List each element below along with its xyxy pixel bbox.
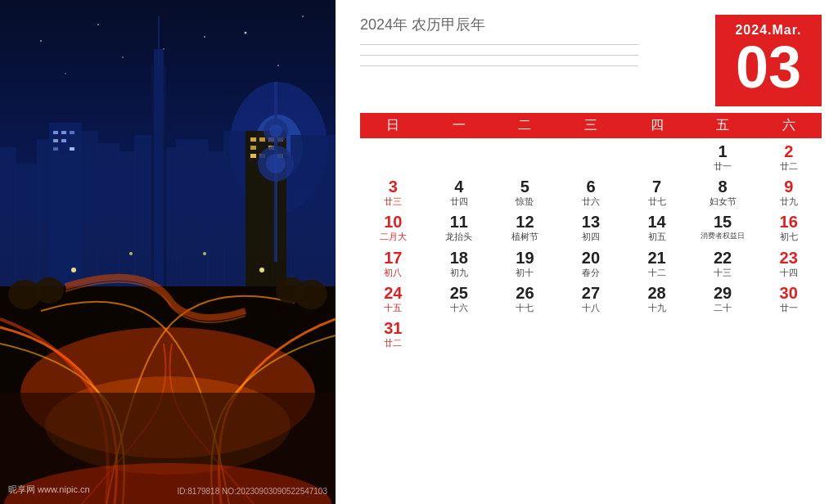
- calendar-table: 日 一 二 三 四 五 六 1廿一2廿二3廿三4廿四5惊蛰6廿六7廿七8妇女节9…: [360, 113, 822, 350]
- day-lunar: 植树节: [493, 232, 556, 242]
- day-number: 21: [625, 248, 688, 268]
- day-number: 27: [560, 283, 623, 303]
- calendar-cell-2-3: 13初四: [558, 209, 624, 244]
- day-number: 28: [625, 283, 688, 303]
- svg-point-5: [302, 16, 304, 17]
- day-number: 4: [428, 177, 491, 196]
- calendar-row-2: 10二月大11龙抬头12植树节13初四14初五15消费者权益日16初七: [360, 209, 822, 244]
- calendar-header-row: 日 一 二 三 四 五 六: [360, 113, 822, 138]
- header-section: 2024年 农历甲辰年 2024.Mar. 03: [336, 0, 838, 106]
- calendar-cell-5-2: [492, 315, 558, 350]
- svg-rect-40: [259, 137, 265, 142]
- day-lunar: 初五: [625, 232, 688, 242]
- day-number: 22: [692, 248, 755, 268]
- day-number: 16: [757, 212, 820, 232]
- svg-point-65: [203, 252, 206, 255]
- calendar-cell-0-3: [558, 138, 624, 173]
- day-number: 9: [757, 177, 820, 196]
- calendar-cell-0-5: 1廿一: [690, 138, 756, 173]
- calendar-cell-2-2: 12植树节: [492, 209, 558, 244]
- day-lunar: 初九: [428, 268, 491, 278]
- calendar-cell-5-5: [690, 315, 756, 350]
- day-lunar: 十七: [493, 303, 556, 313]
- calendar-cell-2-5: 15消费者权益日: [690, 209, 756, 244]
- calendar-cell-4-5: 29二十: [690, 280, 756, 315]
- calendar-cell-3-5: 22十三: [690, 245, 756, 280]
- calendar-cell-5-3: [558, 315, 624, 350]
- svg-point-8: [204, 36, 205, 38]
- day-lunar: 二月大: [362, 232, 425, 242]
- day-number: 30: [757, 283, 820, 303]
- title-line-3: [360, 65, 638, 66]
- svg-point-59: [34, 277, 64, 304]
- calendar-panel: 2024年 农历甲辰年 2024.Mar. 03 日 一 二 三 四 五: [336, 0, 838, 504]
- calendar-cell-3-3: 20春分: [558, 245, 624, 280]
- calendar-row-1: 3廿三4廿四5惊蛰6廿六7廿七8妇女节9廿九: [360, 173, 822, 209]
- weekday-sun: 日: [360, 113, 426, 138]
- calendar-cell-1-1: 4廿四: [426, 173, 493, 209]
- day-lunar: 廿二: [757, 161, 820, 172]
- day-lunar: 二十: [692, 303, 755, 313]
- day-number: 5: [493, 177, 556, 196]
- calendar-cell-5-1: [426, 315, 493, 350]
- day-lunar: 初十: [493, 268, 556, 278]
- day-number: 10: [362, 212, 425, 232]
- svg-point-62: [71, 268, 76, 272]
- day-lunar: 惊蛰: [493, 196, 556, 207]
- day-lunar: 廿一: [692, 161, 755, 172]
- svg-point-9: [277, 65, 279, 66]
- calendar-cell-4-3: 27十八: [558, 280, 624, 315]
- day-lunar: 十二: [625, 268, 688, 278]
- day-number: 23: [757, 248, 820, 268]
- day-lunar: 十六: [428, 303, 491, 313]
- day-lunar: 初七: [757, 232, 820, 242]
- day-number: 6: [560, 177, 623, 196]
- calendar-cell-3-2: 19初十: [492, 245, 558, 280]
- day-number: 13: [560, 212, 623, 232]
- day-number: 2: [757, 142, 820, 161]
- day-lunar: 十八: [560, 303, 623, 313]
- svg-point-63: [259, 268, 264, 272]
- calendar-cell-0-4: [624, 138, 690, 173]
- weekday-thu: 四: [624, 113, 690, 138]
- svg-rect-31: [53, 131, 58, 134]
- svg-rect-32: [61, 131, 66, 134]
- day-lunar: 春分: [560, 268, 623, 278]
- calendar-cell-1-6: 9廿九: [755, 173, 822, 209]
- day-lunar: 初八: [362, 268, 425, 278]
- city-background: 昵享网 www.nipic.cn ID:8179818 NO:202309030…: [0, 0, 336, 504]
- svg-rect-35: [61, 139, 66, 142]
- day-lunar: 廿一: [757, 303, 820, 313]
- title-line-1: [360, 44, 638, 45]
- day-lunar: 十三: [692, 268, 755, 278]
- svg-rect-21: [176, 139, 209, 311]
- calendar-cell-5-4: [624, 315, 690, 350]
- day-number: 15: [692, 212, 755, 232]
- photo-panel: 昵享网 www.nipic.cn ID:8179818 NO:202309030…: [0, 0, 336, 504]
- svg-rect-29: [158, 16, 160, 65]
- svg-point-2: [97, 24, 99, 25]
- svg-point-7: [122, 56, 124, 58]
- svg-rect-33: [70, 131, 74, 134]
- calendar-cell-1-4: 7廿七: [624, 173, 690, 209]
- svg-rect-39: [250, 137, 256, 142]
- day-number: 14: [625, 212, 688, 232]
- svg-rect-23: [223, 131, 246, 311]
- day-lunar: 十九: [625, 303, 688, 313]
- svg-point-64: [129, 252, 133, 255]
- year-title: 2024年 农历甲辰年: [360, 15, 707, 34]
- photo-id-text: ID:8179818 NO:20230903090522547103: [178, 487, 328, 496]
- day-number: 12: [493, 212, 556, 232]
- svg-point-50: [269, 124, 282, 137]
- day-lunar: 初四: [560, 232, 623, 242]
- day-lunar: 妇女节: [692, 196, 755, 207]
- svg-point-52: [266, 154, 286, 173]
- calendar-cell-0-2: [492, 138, 558, 173]
- day-number: 17: [362, 248, 425, 268]
- day-number: 7: [625, 177, 688, 196]
- calendar-cell-3-6: 23十四: [755, 245, 822, 280]
- svg-rect-45: [250, 154, 256, 158]
- weekday-mon: 一: [426, 113, 493, 138]
- day-lunar: 龙抬头: [428, 232, 491, 242]
- calendar-cell-2-4: 14初五: [624, 209, 690, 244]
